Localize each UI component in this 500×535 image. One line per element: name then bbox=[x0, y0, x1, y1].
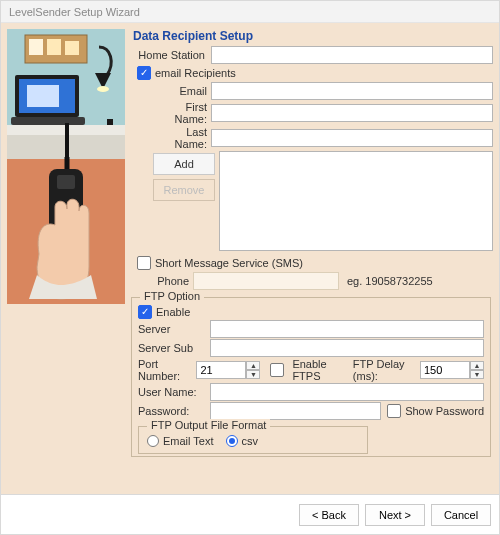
cancel-button[interactable]: Cancel bbox=[431, 504, 491, 526]
ftp-password-label: Password: bbox=[138, 405, 210, 417]
ftp-output-title: FTP Output File Format bbox=[147, 419, 270, 431]
last-name-input[interactable] bbox=[211, 129, 493, 147]
svg-rect-15 bbox=[57, 175, 75, 189]
output-email-text-label: Email Text bbox=[163, 435, 214, 447]
sms-row: Short Message Service (SMS) bbox=[137, 256, 493, 270]
ftp-output-group: FTP Output File Format Email Text csv bbox=[138, 426, 368, 454]
ftps-label: Enable FTPS bbox=[292, 358, 340, 382]
recipients-list[interactable] bbox=[219, 151, 493, 251]
home-station-row: Home Station bbox=[129, 46, 493, 64]
ftp-server-sub-input[interactable] bbox=[210, 339, 484, 357]
show-password-label: Show Password bbox=[405, 405, 484, 417]
output-email-text-option[interactable]: Email Text bbox=[147, 435, 214, 447]
ftp-enable-checkbox[interactable] bbox=[138, 305, 152, 319]
email-recipients-row: email Recipients bbox=[137, 66, 493, 80]
sms-label: Short Message Service (SMS) bbox=[155, 257, 303, 269]
wizard-illustration bbox=[7, 29, 125, 304]
ftp-port-spinner[interactable]: ▲▼ bbox=[196, 361, 260, 379]
ftp-password-input[interactable] bbox=[210, 402, 381, 420]
ftp-user-label: User Name: bbox=[138, 386, 210, 398]
spin-down-icon[interactable]: ▼ bbox=[470, 370, 484, 379]
ftps-checkbox[interactable] bbox=[270, 363, 284, 377]
spin-up-icon[interactable]: ▲ bbox=[470, 361, 484, 370]
ftp-delay-label: FTP Delay (ms): bbox=[353, 358, 412, 382]
first-name-input[interactable] bbox=[211, 104, 493, 122]
section-title: Data Recipient Setup bbox=[133, 29, 493, 43]
email-label: Email bbox=[153, 85, 211, 97]
radio-icon bbox=[226, 435, 238, 447]
svg-point-5 bbox=[97, 86, 109, 92]
ftp-enable-label: Enable bbox=[156, 306, 190, 318]
sms-phone-row: Phone eg. 19058732255 bbox=[153, 272, 493, 290]
svg-rect-10 bbox=[11, 117, 85, 125]
wizard-footer: < Back Next > Cancel bbox=[1, 494, 499, 534]
email-fields: Email First Name: Last Name: bbox=[153, 81, 493, 151]
home-station-input[interactable] bbox=[211, 46, 493, 64]
email-input[interactable] bbox=[211, 82, 493, 100]
ftp-user-input[interactable] bbox=[210, 383, 484, 401]
form-area: Data Recipient Setup Home Station email … bbox=[129, 29, 493, 494]
output-csv-option[interactable]: csv bbox=[226, 435, 259, 447]
ftp-server-label: Server bbox=[138, 323, 210, 335]
output-csv-label: csv bbox=[242, 435, 259, 447]
phone-label: Phone bbox=[153, 275, 193, 287]
ftp-server-sub-label: Server Sub bbox=[138, 342, 210, 354]
svg-rect-3 bbox=[47, 39, 61, 55]
email-recipients-label: email Recipients bbox=[155, 67, 236, 79]
show-password-checkbox[interactable] bbox=[387, 404, 401, 418]
svg-rect-2 bbox=[29, 39, 43, 55]
radio-icon bbox=[147, 435, 159, 447]
wizard-window: LevelSender Setup Wizard bbox=[0, 0, 500, 535]
ftp-port-input[interactable] bbox=[196, 361, 246, 379]
first-name-label: First Name: bbox=[153, 101, 211, 125]
ftp-enable-row: Enable bbox=[138, 305, 484, 319]
svg-rect-4 bbox=[65, 41, 79, 55]
ftp-port-label: Port Number: bbox=[138, 358, 192, 382]
ftp-group-title: FTP Option bbox=[140, 290, 204, 302]
spin-up-icon[interactable]: ▲ bbox=[246, 361, 260, 370]
phone-example: eg. 19058732255 bbox=[347, 275, 433, 287]
ftp-group: FTP Option Enable Server Server Sub Port… bbox=[131, 297, 491, 457]
email-recipients-checkbox[interactable] bbox=[137, 66, 151, 80]
spin-down-icon[interactable]: ▼ bbox=[246, 370, 260, 379]
svg-rect-9 bbox=[27, 85, 59, 107]
ftp-delay-spinner[interactable]: ▲▼ bbox=[420, 361, 484, 379]
home-station-label: Home Station bbox=[129, 49, 211, 61]
next-button[interactable]: Next > bbox=[365, 504, 425, 526]
recipients-area: Add Remove bbox=[129, 151, 493, 251]
ftp-delay-input[interactable] bbox=[420, 361, 470, 379]
ftp-server-input[interactable] bbox=[210, 320, 484, 338]
last-name-label: Last Name: bbox=[153, 126, 211, 150]
client-area: Data Recipient Setup Home Station email … bbox=[1, 23, 499, 494]
sms-checkbox[interactable] bbox=[137, 256, 151, 270]
window-title: LevelSender Setup Wizard bbox=[1, 1, 499, 23]
phone-input bbox=[193, 272, 339, 290]
add-button[interactable]: Add bbox=[153, 153, 215, 175]
back-button[interactable]: < Back bbox=[299, 504, 359, 526]
remove-button[interactable]: Remove bbox=[153, 179, 215, 201]
